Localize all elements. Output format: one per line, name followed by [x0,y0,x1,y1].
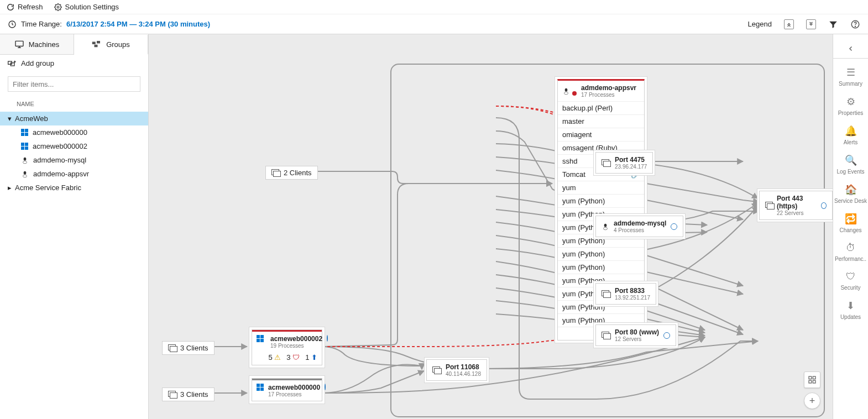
port-title: admdemo-mysql [614,219,666,227]
member-label: admdemo-mysql [33,156,86,164]
rail-item-changes[interactable]: 🔁Changes [834,208,867,238]
process-row[interactable]: master [558,115,644,128]
group-acmeweb[interactable]: ▾ AcmeWeb [0,112,148,125]
port-sub: 22 Servers [777,210,817,216]
svg-point-15 [565,88,568,91]
filter-icon[interactable] [828,19,838,29]
svg-rect-4 [15,41,23,46]
rail-item-alerts[interactable]: 🔔Alerts [834,121,867,150]
port-sub: 23.96.24.177 [615,164,647,170]
monitor-icon [14,40,24,48]
expand-all-button[interactable] [806,19,816,29]
clock-icon [8,20,17,29]
node-title: acmeweb000000 [268,384,320,391]
rail-item-log-events[interactable]: 🔍Log Events [834,150,867,179]
groups-icon [92,40,102,48]
globe-icon [663,332,670,339]
map-canvas[interactable]: 2 Clients 3 Clients 3 Clients admdemo-ap… [149,34,833,419]
filter-input[interactable] [8,76,140,92]
servers-icon [432,366,441,374]
svg-point-3 [855,26,855,27]
fit-to-screen-button[interactable] [804,371,820,388]
svg-rect-7 [95,45,98,48]
node-port-4475[interactable]: Port 447523.96.24.177 [595,152,653,174]
add-node-button[interactable]: + [804,392,820,409]
rail-item-performanc-[interactable]: ⏱Performanc.. [834,238,867,266]
node-title: acmeweb000002 [270,335,322,343]
rail-collapse-button[interactable] [833,39,868,59]
clients-label: 3 Clients [180,390,208,399]
node-admdemo-mysql[interactable]: admdemo-mysql4 Processes [595,216,683,237]
clients-bubble-2[interactable]: 2 Clients [265,166,318,180]
linux-icon [21,156,29,164]
globe-icon [821,202,827,209]
node-acmeweb000000[interactable]: acmeweb000000 17 Processes [252,378,322,401]
member-admdemo-appsvr[interactable]: admdemo-appsvr [0,167,148,181]
process-row[interactable]: yum (Python) [558,195,644,208]
settings-label: Solution Settings [65,3,119,11]
settings-button[interactable]: Solution Settings [54,3,119,11]
time-range-label: Time Range: [21,20,62,28]
process-row[interactable]: yum (Python) [558,261,644,274]
windows-icon [21,129,28,136]
rail-item-security[interactable]: 🛡Security [834,266,867,295]
clients-icon [271,169,280,177]
rail-icon: 🛡 [846,271,856,282]
svg-rect-22 [813,380,815,383]
port-sub: 12 Servers [615,336,659,342]
rail-icon: ⬇ [846,300,855,312]
time-range-value[interactable]: 6/13/2017 2:54 PM — 3:24 PM (30 minutes) [66,20,210,28]
port-title: Port 8833 [615,287,650,295]
node-subtitle: 19 Processes [270,343,322,349]
member-label: acmeweb000000 [33,128,87,137]
tab-groups[interactable]: Groups [74,35,148,55]
add-group-button[interactable]: Add group [0,55,148,72]
node-acmeweb000002[interactable]: acmeweb000002 19 Processes 5 ⚠ 3 🛡 1 ⬆ [252,329,322,365]
process-row[interactable]: yum (Python) [558,248,644,261]
linux-icon [21,170,29,178]
svg-rect-20 [813,376,815,379]
tab-machines[interactable]: Machines [0,34,74,54]
process-label: master [562,117,584,125]
add-group-icon [8,60,17,67]
node-port-443[interactable]: Port 443 (https)22 Servers [759,191,833,220]
process-row[interactable]: yum [558,181,644,195]
chevron-left-icon [848,45,854,52]
port-sub: 4 Processes [614,227,666,233]
group-acme-service-fabric[interactable]: ▸ Acme Service Fabric [0,181,148,195]
refresh-button[interactable]: Refresh [7,3,43,11]
process-label: yum (Python) [562,197,605,205]
stat-warning: 5 ⚠ [268,353,281,362]
member-admdemo-mysql[interactable]: admdemo-mysql [0,153,148,167]
node-port-11068[interactable]: Port 1106840.114.46.128 [426,359,487,381]
process-label: yum [562,184,576,192]
help-icon[interactable] [850,19,860,29]
svg-point-11 [23,161,27,164]
rail-icon: 🔔 [845,125,857,137]
rail-label: Service Desk [834,198,867,204]
svg-rect-19 [809,376,812,379]
process-label: yum (Python) [562,263,605,271]
rail-item-service-desk[interactable]: 🏠Service Desk [834,179,867,208]
rail-icon: 🔁 [845,213,857,225]
member-acmeweb000002[interactable]: acmeweb000002 [0,139,148,153]
svg-point-13 [23,175,27,177]
rail-item-updates[interactable]: ⬇Updates [834,295,867,324]
process-label: yum (Python) [562,237,605,245]
process-row[interactable]: omiagent [558,128,644,142]
rail-item-properties[interactable]: ⚙Properties [834,91,867,121]
legend-button[interactable]: Legend [748,20,772,28]
collapse-all-button[interactable] [784,19,794,29]
node-port-8833[interactable]: Port 883313.92.251.217 [595,283,656,305]
node-port-80[interactable]: Port 80 (www)12 Servers [595,324,676,346]
rail-item-summary[interactable]: ☰Summary [834,62,867,91]
member-acmeweb000000[interactable]: acmeweb000000 [0,125,148,139]
group-tree: ▾ AcmeWeb acmeweb000000 acmeweb000002 ad… [0,112,148,195]
clients-bubble-3b[interactable]: 3 Clients [162,387,215,401]
member-label: admdemo-appsvr [33,170,89,178]
process-row[interactable]: backup.pl (Perl) [558,102,644,115]
rail-label: Updates [840,314,861,320]
clients-icon [168,344,177,352]
clients-bubble-3a[interactable]: 3 Clients [162,341,215,355]
rail-label: Alerts [844,139,858,145]
